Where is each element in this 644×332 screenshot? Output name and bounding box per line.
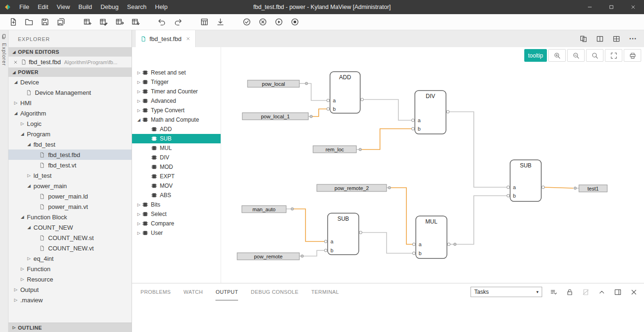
output-port[interactable] xyxy=(542,186,545,189)
input-port[interactable] xyxy=(327,99,330,102)
palette-item-add[interactable]: ADD xyxy=(132,124,221,134)
tree-item-count-new[interactable]: ◢COUNT_NEW xyxy=(8,222,132,232)
tasks-dropdown[interactable]: Tasks ▼ xyxy=(471,287,542,297)
export-table-button[interactable] xyxy=(111,16,127,28)
tree-item-algorithm[interactable]: ◢Algorithm xyxy=(8,108,132,118)
signal-label-pow-remote[interactable]: pow_remote xyxy=(237,253,299,260)
fbd-block-mul[interactable]: MULab xyxy=(413,216,450,258)
wire-gray[interactable] xyxy=(455,196,508,244)
close-button[interactable] xyxy=(629,287,638,297)
tree-item-count-new-vt[interactable]: COUNT_NEW.vt xyxy=(8,243,132,253)
tree-item-resource[interactable]: ▷Resource xyxy=(8,274,132,284)
panel-tab-debug-console[interactable]: DEBUG CONSOLE xyxy=(251,283,298,300)
stop-circle-button[interactable] xyxy=(287,16,303,28)
unlock-button[interactable] xyxy=(565,287,574,297)
save-all-button[interactable] xyxy=(53,16,69,28)
new-file-button[interactable] xyxy=(5,16,21,28)
tree-item-eq-4int[interactable]: ▷eq_4int xyxy=(8,253,132,264)
output-actions-button[interactable] xyxy=(549,287,558,297)
wire-orange[interactable] xyxy=(311,109,328,116)
tree-item-power-main[interactable]: ◢power_main xyxy=(8,181,132,191)
chevron-up-button[interactable] xyxy=(597,287,606,297)
menu-view[interactable]: View xyxy=(52,0,74,14)
tree-item-function[interactable]: ▷Function xyxy=(8,264,132,274)
wire-orange[interactable] xyxy=(543,187,573,188)
wire-gray[interactable] xyxy=(362,100,413,120)
signal-label-man-auto[interactable]: man_auto xyxy=(242,206,286,213)
fbd-block-div[interactable]: DIVab xyxy=(412,91,449,134)
zoom-reset-button[interactable] xyxy=(586,49,603,62)
fbd-canvas[interactable]: tooltip pow_localpow_local_1rem_locpow_r… xyxy=(221,47,644,283)
palette-item-type-convert[interactable]: ▷Type Convert xyxy=(132,106,221,115)
palette-item-div[interactable]: DIV xyxy=(132,153,221,162)
panel-layout-button[interactable] xyxy=(613,287,622,297)
tree-item-device[interactable]: ◢Device xyxy=(8,77,132,87)
tab-fbd_test-fbd[interactable]: fbd_test.fbd xyxy=(136,30,196,47)
palette-item-mov[interactable]: MOV xyxy=(132,181,221,191)
open-editors-header[interactable]: ◢ OPEN EDITORS xyxy=(8,47,132,57)
input-port[interactable] xyxy=(413,252,415,255)
close-editor-icon[interactable] xyxy=(13,60,18,65)
menu-help[interactable]: Help xyxy=(151,0,172,14)
redo-button[interactable] xyxy=(170,16,186,28)
print-button[interactable] xyxy=(624,49,641,62)
clear-output-button[interactable] xyxy=(581,287,590,297)
zoom-in-button[interactable] xyxy=(548,49,566,62)
wire-orange[interactable] xyxy=(389,188,414,244)
palette-item-bits[interactable]: ▷Bits xyxy=(132,200,221,209)
save-button[interactable] xyxy=(37,16,53,28)
input-port[interactable] xyxy=(507,186,510,189)
input-port[interactable] xyxy=(412,127,414,130)
new-table-button[interactable] xyxy=(79,16,95,28)
tree-item-device-management[interactable]: Device Management xyxy=(8,87,132,98)
signal-label-pow-remote-2[interactable]: pow_remote_2 xyxy=(317,184,387,191)
edit-table-button[interactable] xyxy=(95,16,111,28)
wire-gray[interactable] xyxy=(361,232,414,253)
input-port[interactable] xyxy=(327,108,330,110)
tree-item-fbd-test[interactable]: ◢fbd_test xyxy=(8,139,132,149)
signal-label-rem-loc[interactable]: rem_loc xyxy=(313,146,356,153)
tree-item-function-block[interactable]: ◢Function Block xyxy=(8,212,132,222)
activity-bar-label[interactable]: Explorer xyxy=(1,43,7,66)
menu-file[interactable]: File xyxy=(15,0,33,14)
zoom-out-button[interactable] xyxy=(567,49,585,62)
menu-search[interactable]: Search xyxy=(123,0,151,14)
variable-monitor-button[interactable] xyxy=(196,16,212,28)
wire-orange[interactable] xyxy=(292,209,326,241)
palette-item-trigger[interactable]: ▷Trigger xyxy=(132,77,221,87)
panel-tab-output[interactable]: OUTPUT xyxy=(215,283,238,300)
more-actions-button[interactable]: ⋯ xyxy=(628,34,637,43)
palette-item-user[interactable]: ▷User xyxy=(132,228,221,238)
check-circle-button[interactable] xyxy=(239,16,255,28)
menu-build[interactable]: Build xyxy=(74,0,96,14)
minimize-button[interactable] xyxy=(579,0,601,14)
input-port[interactable] xyxy=(413,243,415,246)
palette-item-sub[interactable]: SUB xyxy=(132,134,221,143)
signal-label-test1[interactable]: test1 xyxy=(579,185,607,192)
palette-item-compare[interactable]: ▷Compare xyxy=(132,219,221,228)
wire-orange[interactable] xyxy=(360,129,413,149)
input-port[interactable] xyxy=(324,249,327,252)
power-section-header[interactable]: ◢ POWER xyxy=(8,67,132,77)
output-port[interactable] xyxy=(361,98,363,101)
tab-close-icon[interactable] xyxy=(186,36,190,41)
fbd-block-add[interactable]: ADDab xyxy=(327,72,363,113)
panel-tab-terminal[interactable]: TERMINAL xyxy=(311,283,339,300)
compare-button[interactable] xyxy=(578,34,588,43)
fbd-block-sub[interactable]: SUBab xyxy=(507,160,545,201)
tooltip-button[interactable]: tooltip xyxy=(524,49,547,62)
tree-item-logic[interactable]: ▷Logic xyxy=(8,118,132,129)
outline-section-header[interactable]: ▷ OUTLINE xyxy=(8,323,132,332)
input-port[interactable] xyxy=(507,194,510,197)
tree-item-ld-test[interactable]: ▷ld_test xyxy=(8,170,132,181)
open-folder-button[interactable] xyxy=(21,16,37,28)
output-port[interactable] xyxy=(447,243,450,246)
palette-item-math-and-compute[interactable]: ◢Math and Compute xyxy=(132,115,221,124)
tree-item-output[interactable]: ▷Output xyxy=(8,284,132,295)
panel-tab-problems[interactable]: PROBLEMS xyxy=(140,283,171,300)
tree-item-maview[interactable]: ▷.maview xyxy=(8,295,132,305)
maximize-button[interactable] xyxy=(601,0,622,14)
run-circle-button[interactable] xyxy=(271,16,287,28)
import-table-button[interactable] xyxy=(127,16,143,28)
fit-screen-button[interactable] xyxy=(605,49,622,62)
